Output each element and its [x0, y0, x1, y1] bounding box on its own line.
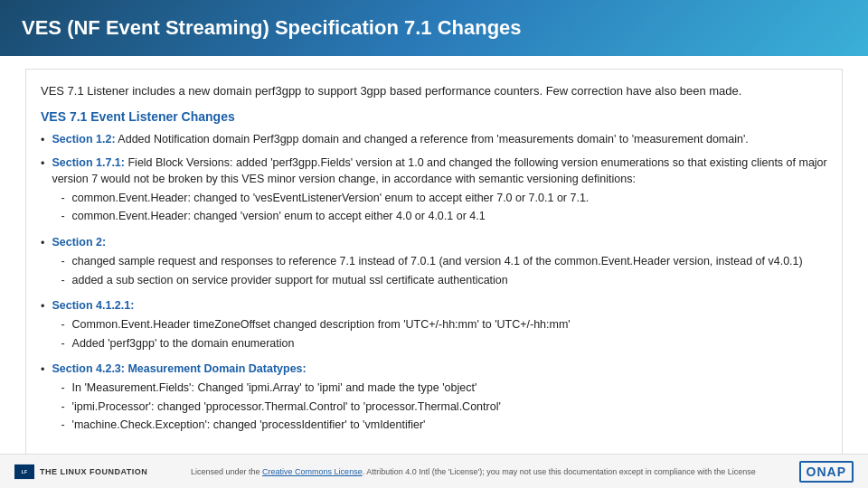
section-label: Section 4.2.3: Measurement Domain Dataty…	[52, 362, 306, 375]
sub-item-text: common.Event.Header: changed 'version' e…	[72, 209, 486, 225]
page-title: VES (NF Event Streaming) Specification 7…	[22, 16, 846, 40]
sub-item-text: 'ipmi.Processor': changed 'pprocessor.Th…	[72, 399, 501, 416]
sub-item-text: added a sub section on service provider …	[72, 273, 508, 289]
intro-paragraph: VES 7.1 Listener includes a new domain p…	[41, 82, 827, 100]
sub-item-text: common.Event.Header: changed to 'vesEven…	[72, 191, 590, 207]
dash-icon: -	[61, 336, 64, 352]
svg-text:LF: LF	[22, 469, 27, 474]
sub-item-text: 'machine.Check.Exception': changed 'proc…	[72, 418, 426, 434]
content-box: VES 7.1 Listener includes a new domain p…	[25, 69, 843, 466]
list-item-content: Section 1.2: Added Notification domain P…	[52, 131, 827, 147]
bullet-icon: •	[41, 155, 44, 172]
bullet-icon: •	[41, 132, 44, 148]
sub-item-text: In 'Measurement.Fields': Changed 'ipmi.A…	[72, 380, 477, 397]
bullet-icon: •	[41, 361, 44, 378]
sub-list: - changed sample request and responses t…	[61, 254, 827, 288]
sub-list: - Common.Event.Header timeZoneOffset cha…	[61, 317, 827, 352]
sub-list-item: - 'ipmi.Processor': changed 'pprocessor.…	[61, 399, 827, 416]
list-item-content: Section 1.7.1: Field Block Versions: add…	[52, 155, 827, 228]
section-label: Section 2:	[52, 236, 106, 249]
linux-logo-icon: LF	[14, 462, 34, 482]
page-header: VES (NF Event Streaming) Specification 7…	[0, 0, 868, 56]
page-footer: LF THE LINUX FOUNDATION Licensed under t…	[0, 454, 868, 488]
sub-list: - common.Event.Header: changed to 'vesEv…	[61, 191, 827, 225]
sub-list-item: - added a sub section on service provide…	[61, 273, 827, 289]
sub-list-item: - 'machine.Check.Exception': changed 'pr…	[61, 418, 827, 434]
sub-list-item: - common.Event.Header: changed to 'vesEv…	[61, 191, 827, 207]
sub-item-text: Common.Event.Header timeZoneOffset chang…	[72, 317, 571, 333]
dash-icon: -	[61, 418, 64, 434]
section-label: Section 4.1.2.1:	[52, 299, 134, 312]
sub-list: - In 'Measurement.Fields': Changed 'ipmi…	[61, 380, 827, 434]
list-item: • Section 1.2: Added Notification domain…	[41, 131, 827, 148]
main-content: VES 7.1 Listener includes a new domain p…	[0, 56, 868, 475]
footer-license-text: Licensed under the Creative Commons Lice…	[147, 467, 798, 476]
dash-icon: -	[61, 191, 64, 207]
linux-foundation-label: THE LINUX FOUNDATION	[40, 467, 147, 476]
changes-list: • Section 1.2: Added Notification domain…	[41, 131, 827, 436]
sub-list-item: - Added 'perf3gpp' to the domain enumera…	[61, 336, 827, 352]
dash-icon: -	[61, 380, 64, 397]
list-item: • Section 4.2.3: Measurement Domain Data…	[41, 361, 827, 436]
list-item-content: Section 4.2.3: Measurement Domain Dataty…	[52, 361, 827, 436]
list-item-content: Section 4.1.2.1: - Common.Event.Header t…	[52, 297, 827, 354]
sub-item-text: changed sample request and responses to …	[72, 254, 803, 270]
sub-list-item: - common.Event.Header: changed 'version'…	[61, 209, 827, 225]
list-item: • Section 1.7.1: Field Block Versions: a…	[41, 155, 827, 228]
sub-item-text: Added 'perf3gpp' to the domain enumerati…	[72, 336, 295, 352]
linux-foundation-logo: LF THE LINUX FOUNDATION	[14, 462, 147, 482]
list-item-content: Section 2: - changed sample request and …	[52, 234, 827, 291]
sub-list-item: - In 'Measurement.Fields': Changed 'ipmi…	[61, 380, 827, 397]
dash-icon: -	[61, 317, 64, 333]
bullet-icon: •	[41, 235, 44, 251]
sub-list-item: - Common.Event.Header timeZoneOffset cha…	[61, 317, 827, 333]
onap-logo: ONAP	[799, 461, 854, 483]
item-text: Added Notification domain Perf3gpp domai…	[118, 133, 748, 145]
dash-icon: -	[61, 399, 64, 416]
sub-list-item: - changed sample request and responses t…	[61, 254, 827, 270]
section-label: Section 1.2:	[52, 133, 115, 145]
section-label: Section 1.7.1:	[52, 156, 125, 169]
dash-icon: -	[61, 273, 64, 289]
list-item: • Section 4.1.2.1: - Common.Event.Header…	[41, 297, 827, 354]
item-text: Field Block Versions: added 'perf3gpp.Fi…	[52, 156, 826, 185]
license-link[interactable]: Creative Commons License	[262, 467, 363, 476]
dash-icon: -	[61, 209, 64, 225]
list-item: • Section 2: - changed sample request an…	[41, 234, 827, 291]
dash-icon: -	[61, 254, 64, 270]
bullet-icon: •	[41, 298, 44, 314]
section-heading: VES 7.1 Event Listener Changes	[41, 109, 827, 124]
